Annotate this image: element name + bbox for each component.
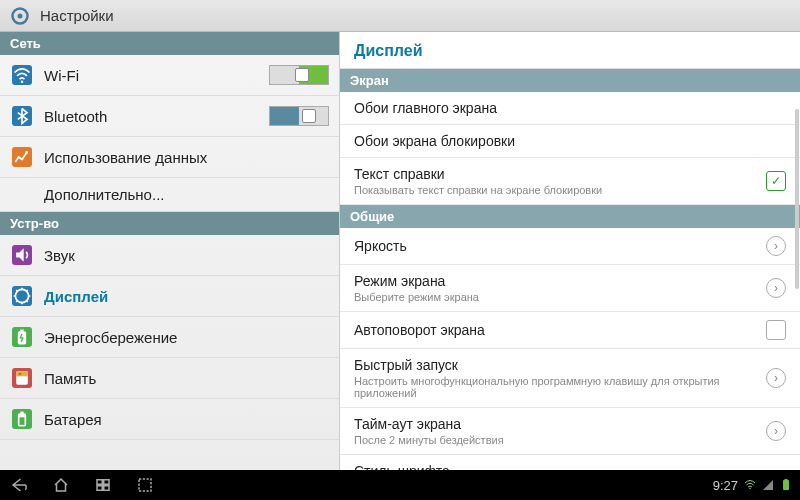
wifi-status-icon xyxy=(744,479,756,491)
svg-rect-5 xyxy=(20,330,23,333)
sidebar-item-label: Энергосбережение xyxy=(44,329,177,346)
detail-item-title: Яркость xyxy=(354,238,756,254)
sidebar-item-bluetooth[interactable]: Bluetooth xyxy=(0,96,339,137)
detail-item[interactable]: Стиль шрифта xyxy=(340,455,800,470)
detail-item-title: Автоповорот экрана xyxy=(354,322,756,338)
svg-point-2 xyxy=(21,80,24,83)
sidebar-item-storage[interactable]: Память xyxy=(0,358,339,399)
detail-panel: Дисплей ЭкранОбои главного экранаОбои эк… xyxy=(340,32,800,470)
sidebar-item-label: Звук xyxy=(44,247,75,264)
sidebar-item-data[interactable]: Использование данных xyxy=(0,137,339,178)
svg-rect-13 xyxy=(104,480,109,485)
sound-icon xyxy=(10,243,34,267)
signal-status-icon xyxy=(762,479,774,491)
sidebar-item-battery[interactable]: Батарея xyxy=(0,399,339,440)
svg-rect-8 xyxy=(19,373,22,375)
detail-item[interactable]: Режим экранаВыберите режим экрана› xyxy=(340,265,800,312)
detail-item-title: Обои главного экрана xyxy=(354,100,786,116)
settings-icon xyxy=(8,4,32,28)
detail-item-title: Режим экрана xyxy=(354,273,756,289)
sidebar-section-header: Устр-во xyxy=(0,212,339,235)
chevron-right-icon: › xyxy=(766,368,786,388)
scrollbar[interactable] xyxy=(795,109,799,289)
detail-item-subtitle: После 2 минуты бездействия xyxy=(354,434,756,446)
checkbox[interactable] xyxy=(766,320,786,340)
svg-rect-19 xyxy=(785,479,788,481)
detail-item[interactable]: Автоповорот экрана xyxy=(340,312,800,349)
detail-item[interactable]: Быстрый запускНастроить многофункциональ… xyxy=(340,349,800,408)
detail-title: Дисплей xyxy=(340,32,800,69)
sidebar-item-sound[interactable]: Звук xyxy=(0,235,339,276)
sidebar-item-label: Память xyxy=(44,370,96,387)
sidebar-item-label: Bluetooth xyxy=(44,108,107,125)
screenshot-button[interactable] xyxy=(134,474,156,496)
svg-point-17 xyxy=(749,488,751,490)
detail-item-subtitle: Настроить многофункциональную программну… xyxy=(354,375,756,399)
system-navbar: 9:27 xyxy=(0,470,800,500)
power-icon xyxy=(10,325,34,349)
detail-item-title: Быстрый запуск xyxy=(354,357,756,373)
svg-point-1 xyxy=(18,13,23,18)
battery-status-icon xyxy=(780,479,792,491)
detail-item-subtitle: Выберите режим экрана xyxy=(354,291,756,303)
sidebar-item-label: Батарея xyxy=(44,411,102,428)
home-button[interactable] xyxy=(50,474,72,496)
detail-item-title: Обои экрана блокировки xyxy=(354,133,786,149)
back-button[interactable] xyxy=(8,474,30,496)
sidebar-item-label: Дополнительно... xyxy=(44,186,164,203)
settings-sidebar: СетьWi-FiBluetoothИспользование данныхДо… xyxy=(0,32,340,470)
detail-item[interactable]: Обои экрана блокировки xyxy=(340,125,800,158)
detail-item-subtitle: Показывать текст справки на экране блоки… xyxy=(354,184,756,196)
chevron-right-icon: › xyxy=(766,278,786,298)
clock: 9:27 xyxy=(713,478,738,493)
svg-rect-11 xyxy=(20,417,25,425)
detail-item-title: Текст справки xyxy=(354,166,756,182)
page-title: Настройки xyxy=(40,7,114,24)
sidebar-item-label: Использование данных xyxy=(44,149,207,166)
svg-rect-12 xyxy=(97,480,102,485)
sidebar-item-power[interactable]: Энергосбережение xyxy=(0,317,339,358)
sidebar-item-label: Дисплей xyxy=(44,288,108,305)
bluetooth-icon xyxy=(10,104,34,128)
detail-item[interactable]: Обои главного экрана xyxy=(340,92,800,125)
wifi-icon xyxy=(10,63,34,87)
detail-item[interactable]: Текст справкиПоказывать текст справки на… xyxy=(340,158,800,205)
detail-section-header: Экран xyxy=(340,69,800,92)
recent-button[interactable] xyxy=(92,474,114,496)
sidebar-item-more[interactable]: Дополнительно... xyxy=(0,178,339,212)
toggle-switch[interactable] xyxy=(269,65,329,85)
detail-item[interactable]: Тайм-аут экранаПосле 2 минуты бездействи… xyxy=(340,408,800,455)
detail-section-header: Общие xyxy=(340,205,800,228)
chevron-right-icon: › xyxy=(766,236,786,256)
detail-item-title: Стиль шрифта xyxy=(354,463,786,470)
svg-rect-15 xyxy=(104,486,109,491)
sidebar-item-label: Wi-Fi xyxy=(44,67,79,84)
sidebar-item-wifi[interactable]: Wi-Fi xyxy=(0,55,339,96)
chevron-right-icon: › xyxy=(766,421,786,441)
storage-icon xyxy=(10,366,34,390)
display-icon xyxy=(10,284,34,308)
checkbox[interactable]: ✓ xyxy=(766,171,786,191)
svg-rect-14 xyxy=(97,486,102,491)
detail-item-title: Тайм-аут экрана xyxy=(354,416,756,432)
svg-rect-7 xyxy=(16,371,28,376)
svg-rect-10 xyxy=(20,412,23,415)
data-icon xyxy=(10,145,34,169)
battery-icon xyxy=(10,407,34,431)
svg-rect-16 xyxy=(139,479,151,491)
titlebar: Настройки xyxy=(0,0,800,32)
sidebar-section-header: Сеть xyxy=(0,32,339,55)
toggle-switch[interactable] xyxy=(269,106,329,126)
detail-item[interactable]: Яркость› xyxy=(340,228,800,265)
svg-rect-18 xyxy=(783,480,789,490)
sidebar-item-display[interactable]: Дисплей xyxy=(0,276,339,317)
